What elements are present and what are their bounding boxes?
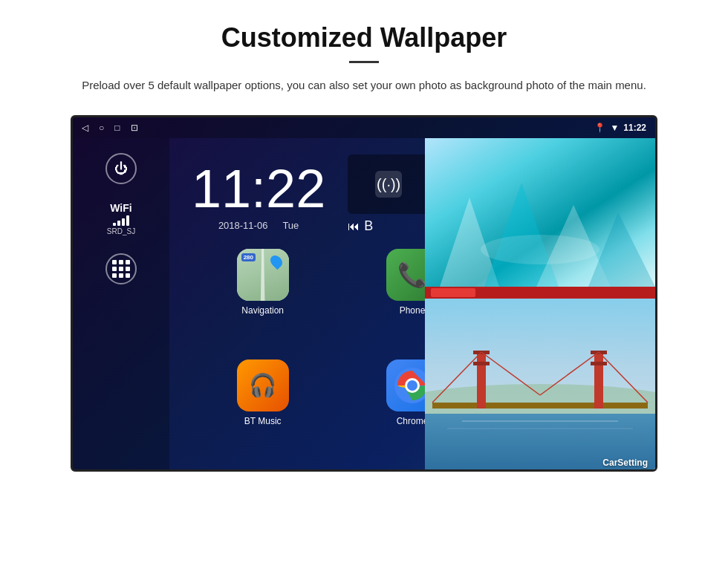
svg-rect-13 xyxy=(477,351,486,409)
media-b-label: B xyxy=(364,218,373,234)
recent-nav-icon: □ xyxy=(114,123,120,133)
screenshot-nav-icon: ⊡ xyxy=(131,123,138,133)
back-nav-icon: ◁ xyxy=(82,123,88,133)
nav-route-badge: 280 xyxy=(241,253,256,261)
sidebar: ⏻ WiFi SRD_SJ xyxy=(73,138,169,469)
status-bar: ◁ ○ □ ⊡ 📍 ▼ 11:22 xyxy=(73,117,655,138)
svg-rect-18 xyxy=(591,362,607,365)
page-description: Preload over 5 default wallpaper options… xyxy=(82,77,646,94)
media-prev-button[interactable]: ⏮ xyxy=(348,220,360,233)
wifi-label: WiFi xyxy=(110,202,131,214)
wallpaper-ice xyxy=(425,138,655,287)
svg-point-2 xyxy=(407,380,417,391)
date-text: 2018-11-06 xyxy=(218,220,268,231)
wifi-bar-2 xyxy=(117,221,120,226)
wifi-network-name: SRD_SJ xyxy=(107,227,135,235)
wifi-bar-3 xyxy=(122,218,125,226)
page-wrapper: Customized Wallpaper Preload over 5 defa… xyxy=(0,0,728,486)
svg-rect-12 xyxy=(432,403,648,409)
phone-label: Phone xyxy=(400,305,426,316)
ice-svg xyxy=(425,138,655,287)
day-text: Tue xyxy=(282,220,299,231)
device-container: ◁ ○ □ ⊡ 📍 ▼ 11:22 ⏻ xyxy=(71,115,657,472)
bridge-svg xyxy=(425,299,655,472)
svg-rect-15 xyxy=(473,362,490,365)
chrome-label: Chrome xyxy=(397,416,429,426)
svg-point-8 xyxy=(481,235,599,264)
wifi-bar-1 xyxy=(113,223,116,226)
media-controls[interactable]: ⏮ B xyxy=(348,218,429,234)
media-player: ((·)) xyxy=(348,154,429,214)
wifi-bar-4 xyxy=(126,215,129,226)
signal-icon: ▼ xyxy=(610,123,619,133)
media-signal-icon: ((·)) xyxy=(377,176,400,193)
page-title: Customized Wallpaper xyxy=(221,22,507,53)
bt-music-label: BT Music xyxy=(244,416,282,426)
bt-music-icon: 🎧 xyxy=(237,359,289,411)
wallpaper-divider xyxy=(425,287,655,299)
status-bar-right: 📍 ▼ 11:22 xyxy=(594,123,646,133)
main-content: ⏻ WiFi SRD_SJ xyxy=(73,138,655,469)
android-screen: ◁ ○ □ ⊡ 📍 ▼ 11:22 ⏻ xyxy=(71,115,657,472)
clock-date: 2018-11-06 Tue xyxy=(218,220,299,231)
power-icon: ⏻ xyxy=(114,161,128,177)
wallpaper-bridge: CarSetting xyxy=(425,299,655,472)
location-icon: 📍 xyxy=(594,123,605,133)
carsetting-label: CarSetting xyxy=(602,458,648,468)
media-area: ((·)) ⏮ B xyxy=(340,147,437,234)
apps-button[interactable] xyxy=(105,253,137,284)
apps-grid-icon xyxy=(112,260,130,278)
clock-section: 11:22 2018-11-06 Tue xyxy=(177,147,340,231)
navigation-label: Navigation xyxy=(241,305,284,316)
app-item-navigation[interactable]: 280 Navigation xyxy=(192,249,334,352)
app-item-bt-music[interactable]: 🎧 BT Music xyxy=(192,359,334,463)
media-icon-center: ((·)) xyxy=(375,171,402,198)
svg-rect-16 xyxy=(594,351,603,409)
status-bar-left: ◁ ○ □ ⊡ xyxy=(82,123,138,133)
wifi-section: WiFi SRD_SJ xyxy=(107,202,135,235)
status-time: 11:22 xyxy=(623,123,646,133)
power-button[interactable]: ⏻ xyxy=(105,153,137,184)
title-divider xyxy=(349,61,379,63)
home-nav-icon: ○ xyxy=(99,123,104,133)
clock-time: 11:22 xyxy=(192,162,325,215)
navigation-icon: 280 xyxy=(237,249,289,301)
wifi-bars xyxy=(113,215,129,226)
wallpaper-previews: CarSetting xyxy=(425,138,655,472)
